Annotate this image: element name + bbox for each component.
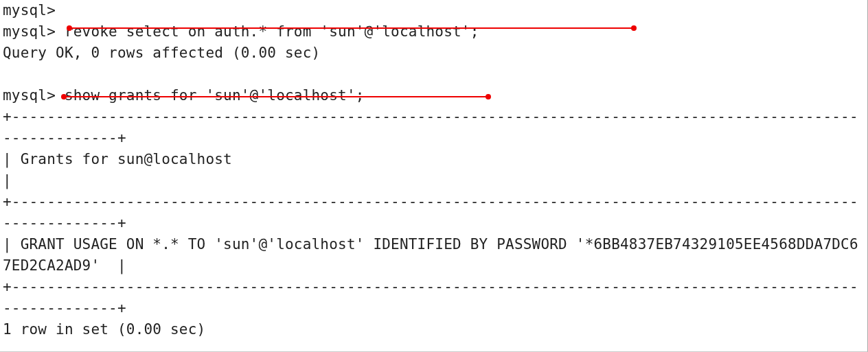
table-border-mid: +---------------------------------------… xyxy=(3,193,858,231)
table-border-top: +---------------------------------------… xyxy=(3,108,858,146)
table-header-row: | Grants for sun@localhost | xyxy=(3,151,868,189)
truncated-prompt: mysql> xyxy=(3,2,56,19)
annotation-underline-1 xyxy=(69,27,635,29)
response-1: Query OK, 0 rows affected (0.00 sec) xyxy=(3,45,320,61)
annotation-underline-2 xyxy=(63,96,489,97)
result-footer: 1 row in set (0.00 sec) xyxy=(3,321,205,338)
command-2: show grants for 'sun'@'localhost'; xyxy=(65,87,365,104)
table-border-bottom: +---------------------------------------… xyxy=(3,279,858,316)
table-data-row: | GRANT USAGE ON *.* TO 'sun'@'localhost… xyxy=(3,236,858,274)
mysql-terminal[interactable]: mysql> mysql> revoke select on auth.* fr… xyxy=(0,0,868,352)
prompt-1: mysql> xyxy=(3,23,56,40)
prompt-2: mysql> xyxy=(3,87,56,104)
terminal-output: mysql> mysql> revoke select on auth.* fr… xyxy=(0,0,867,340)
command-1: revoke select on auth.* from 'sun'@'loca… xyxy=(65,23,479,40)
